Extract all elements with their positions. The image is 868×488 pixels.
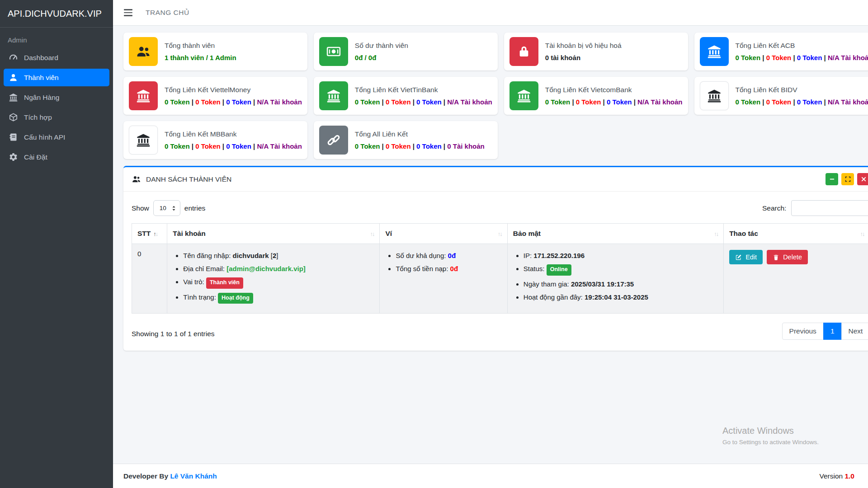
users-icon [132, 174, 141, 184]
text-segment: 0 Token [386, 98, 411, 106]
column-header-vi[interactable]: Ví↑↓ [380, 224, 507, 244]
column-header-tai-khoan[interactable]: Tài khoản↑↓ [167, 224, 380, 244]
search-input[interactable] [791, 200, 868, 216]
text-segment: N/A Tài khoản [828, 98, 868, 106]
stat-card-title: Tổng Liên Kết BIDV [736, 86, 868, 94]
app-window: API.DICHVUDARK.VIP Admin DashboardThành … [0, 0, 868, 488]
stat-card-title: Tổng Liên Kết MBBank [165, 130, 302, 138]
stat-card-tong-lien-ket-viettinbank: Tổng Liên Kết VietTinBank0 Token | 0 Tok… [314, 77, 498, 115]
cell-wallet: Số dư khả dụng: 0đTổng số tiền nạp: 0đ [380, 244, 507, 314]
collapse-button[interactable] [826, 173, 838, 185]
stat-card-text: Tổng Liên Kết BIDV0 Token | 0 Token | 0 … [736, 86, 868, 106]
stat-card-title: Tổng Liên Kết ACB [736, 42, 868, 50]
stat-card-text: Tổng thành viên1 thành viên / 1 Admin [165, 42, 236, 61]
text-segment: Tình trạng: [183, 293, 218, 301]
text-segment: | [190, 98, 196, 106]
column-header-thao-tac[interactable]: Thao tác↑↓ [724, 224, 868, 244]
text-segment: Vai trò: [183, 278, 206, 286]
sort-icon: ↑↓ [714, 230, 718, 237]
text-segment: | [570, 98, 576, 106]
next-page-button[interactable]: Next [841, 323, 868, 340]
text-segment: | [601, 98, 607, 106]
text-segment: | [380, 98, 386, 106]
brand-title[interactable]: API.DICHVUDARK.VIP [0, 0, 113, 28]
text-segment: 0 Token [355, 98, 380, 106]
column-label: Bảo mật [513, 230, 541, 238]
text-segment: 1 thành viên / 1 Admin [165, 54, 236, 61]
maximize-button[interactable] [841, 173, 854, 185]
main-area: TRANG CHỦ Tổng thành viên1 thành viên / … [113, 0, 868, 488]
text-segment: 0 Token [736, 54, 761, 61]
detail-item: Tình trạng: Hoạt động [183, 292, 374, 304]
gear-icon [9, 152, 18, 162]
close-button[interactable] [857, 173, 868, 185]
activate-windows-watermark: Activate Windows Go to Settings to activ… [722, 426, 819, 446]
detail-item: Vai trò: Thành viên [183, 277, 374, 289]
show-label: Show [132, 204, 149, 212]
stat-cards-grid: Tổng thành viên1 thành viên / 1 AdminSố … [123, 33, 868, 159]
breadcrumb[interactable]: TRANG CHỦ [146, 9, 189, 17]
page-size-group: Show 10 entries [132, 200, 205, 216]
stat-card-value: 0đ / 0đ [355, 54, 408, 61]
users-icon [129, 37, 158, 66]
sidebar-item-thanh-vien[interactable]: Thành viên [4, 69, 109, 86]
sidebar-item-label: Dashboard [24, 54, 58, 62]
text-segment: | [791, 54, 797, 61]
text-segment: 0 Token [416, 142, 442, 150]
text-segment: 0 Token [797, 54, 822, 61]
text-segment: 0 Token [165, 142, 190, 150]
sidebar-item-label: Tích hợp [24, 113, 52, 122]
text-segment: 0 Token [607, 98, 632, 106]
text-segment: | [632, 98, 638, 106]
column-label: STT [137, 230, 151, 238]
previous-page-button[interactable]: Previous [782, 323, 824, 340]
page-size-select[interactable]: 10 [153, 200, 180, 216]
link-icon [319, 126, 348, 155]
stat-card-value: 0 Token | 0 Token | 0 Token | N/A Tài kh… [736, 98, 868, 106]
table-summary: Showing 1 to 1 of 1 entries [132, 330, 215, 340]
stat-card-text: Tổng Liên Kết MBBank0 Token | 0 Token | … [165, 130, 302, 150]
sidebar-item-ngan-hang[interactable]: Ngân Hàng [4, 89, 109, 106]
text-segment: 0 Token [355, 142, 380, 150]
page-1-button[interactable]: 1 [823, 323, 842, 340]
search-label: Search: [762, 204, 786, 212]
detail-item: Tên đăng nhập: dichvudark [2] [183, 251, 374, 260]
text-segment: 0đ [448, 252, 456, 259]
edit-button[interactable]: Edit [729, 250, 763, 264]
sidebar-item-label: Thành viên [24, 74, 59, 82]
sidebar: API.DICHVUDARK.VIP Admin DashboardThành … [0, 0, 113, 488]
detail-item: Ngày tham gia: 2025/03/31 19:17:35 [524, 279, 718, 289]
detail-item: Địa chỉ Email: [admin@dichvudark.vip] [183, 264, 374, 273]
stat-card-tong-lien-ket-bidv: Tổng Liên Kết BIDV0 Token | 0 Token | 0 … [694, 77, 868, 115]
stat-card-title: Tổng thành viên [165, 42, 236, 50]
developer-link[interactable]: Lê Văn Khánh [170, 472, 217, 480]
column-header-stt[interactable]: STT↑↓ [132, 224, 167, 244]
text-segment: 0 Token [416, 98, 442, 106]
text-segment: N/A Tài khoản [257, 98, 302, 106]
bank-icon [9, 93, 18, 102]
text-segment: 0 Token [195, 98, 221, 106]
bank-icon [129, 126, 158, 155]
stat-card-value: 0 Token | 0 Token | 0 Token | N/A Tài kh… [165, 142, 302, 150]
text-segment: | [822, 98, 828, 106]
footer-right: Version 1.0 [819, 472, 854, 480]
sidebar-item-cai-at[interactable]: Cài Đặt [4, 148, 109, 166]
stat-card-value: 0 tài khoản [545, 54, 622, 61]
menu-toggle-icon[interactable] [124, 9, 132, 16]
text-segment: ] [276, 252, 278, 259]
stat-card-title: Số dư thành viên [355, 42, 408, 50]
column-header-bao-mat[interactable]: Bảo mật↑↓ [507, 224, 723, 244]
text-segment: 0 Token [766, 54, 792, 61]
text-segment: Tên đăng nhập: [183, 252, 232, 259]
stat-card-tong-thanh-vien: Tổng thành viên1 thành viên / 1 Admin [123, 33, 307, 70]
stat-card-text: Tổng Liên Kết ViettelMoney0 Token | 0 To… [165, 86, 302, 106]
text-segment: 0 Token [226, 142, 251, 150]
sidebar-item-cau-hinh-api[interactable]: Cấu hình API [4, 128, 109, 146]
delete-button[interactable]: Delete [767, 250, 808, 264]
bank-icon [700, 81, 729, 110]
sidebar-item-dashboard[interactable]: Dashboard [4, 49, 109, 66]
text-segment: | [760, 54, 766, 61]
sidebar-menu: DashboardThành viênNgân HàngTích hợpCấu … [0, 49, 113, 166]
sidebar-item-tich-hop[interactable]: Tích hợp [4, 108, 109, 126]
text-segment: Số dư khả dụng: [396, 252, 448, 259]
